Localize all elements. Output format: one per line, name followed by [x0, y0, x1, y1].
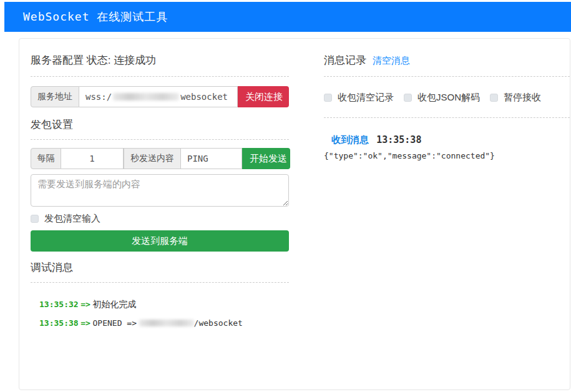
log-timestamp: 13:35:38: [39, 318, 79, 328]
pause-receive-option: 暂停接收: [490, 92, 541, 104]
log-arrow: =>: [81, 318, 90, 328]
pause-receive-checkbox[interactable]: [490, 94, 498, 102]
divider: [324, 76, 570, 77]
server-address-group: 服务地址 wss:/ websocket 关闭连接: [31, 86, 289, 107]
json-decode-checkbox[interactable]: [404, 94, 412, 102]
app-header: WebSocket 在线测试工具: [4, 2, 571, 32]
debug-log-line: 13:35:38 => OPENED => /websocket: [39, 317, 289, 330]
server-address-suffix: websocket: [180, 92, 228, 102]
divider: [31, 139, 289, 140]
send-content-textarea[interactable]: [31, 174, 289, 207]
server-address-prefix: wss:/: [85, 92, 112, 102]
send-to-server-button[interactable]: 发送到服务端: [31, 230, 289, 252]
clear-on-receive-label: 收包清空记录: [338, 92, 394, 104]
ping-content-input[interactable]: [181, 148, 242, 169]
message-log-heading: 消息记录 清空消息: [324, 54, 570, 67]
connection-status: 状态: 连接成功: [87, 54, 156, 66]
send-clear-checkbox-row: 发包清空输入: [31, 213, 289, 225]
interval-label: 每隔: [31, 148, 61, 169]
send-settings-heading: 发包设置: [31, 118, 289, 132]
log-url-suffix: /websocket: [194, 318, 243, 328]
debug-log-line: 13:35:32 => 初始化完成: [39, 298, 289, 311]
server-config-heading: 服务器配置 状态: 连接成功: [31, 54, 289, 67]
clear-on-receive-option: 收包清空记录: [324, 92, 394, 104]
record-header: 收到消息 13:35:38: [324, 134, 570, 146]
left-column: 服务器配置 状态: 连接成功 服务地址 wss:/ websocket 关闭连接…: [31, 54, 289, 390]
received-message-record: 收到消息 13:35:38 {"type":"ok","message":"co…: [324, 134, 570, 160]
log-arrow: =>: [81, 300, 90, 309]
server-config-title: 服务器配置: [31, 54, 84, 66]
main-panel: 服务器配置 状态: 连接成功 服务地址 wss:/ websocket 关闭连接…: [19, 38, 570, 390]
server-address-label: 服务地址: [31, 86, 79, 107]
record-timestamp: 13:35:38: [376, 134, 421, 145]
log-redacted-blur: [139, 320, 194, 326]
pause-receive-label: 暂停接收: [504, 92, 541, 104]
start-send-button[interactable]: 开始发送: [242, 148, 290, 169]
log-opened-text: OPENED =>: [93, 318, 137, 328]
divider: [31, 76, 289, 77]
server-address-input[interactable]: wss:/ websocket: [79, 86, 238, 107]
record-label: 收到消息: [331, 134, 369, 145]
content-label: 秒发送内容: [124, 148, 181, 169]
debug-log-area: 13:35:32 => 初始化完成 13:35:38 => OPENED => …: [31, 298, 289, 330]
log-text: 初始化完成: [93, 299, 137, 309]
divider: [31, 282, 289, 283]
record-body: {"type":"ok","message":"connected"}: [324, 151, 570, 160]
log-timestamp: 13:35:32: [39, 300, 79, 309]
app-title: WebSocket 在线测试工具: [23, 10, 168, 23]
message-log-title: 消息记录: [324, 54, 366, 67]
json-decode-option: 收包JSON解码: [404, 92, 480, 104]
auto-send-group: 每隔 秒发送内容 开始发送: [31, 148, 289, 169]
clear-on-receive-checkbox[interactable]: [324, 94, 332, 102]
clear-messages-link[interactable]: 清空消息: [373, 54, 410, 67]
send-clear-checkbox[interactable]: [31, 215, 39, 223]
receive-options-row: 收包清空记录 收包JSON解码 暂停接收: [324, 92, 570, 104]
server-address-redacted-blur: [113, 93, 179, 100]
divider: [324, 117, 570, 118]
interval-input[interactable]: [61, 148, 124, 169]
close-connection-button[interactable]: 关闭连接: [238, 86, 289, 107]
right-column: 消息记录 清空消息 收包清空记录 收包JSON解码 暂停接收 收到消息 13:3…: [324, 54, 570, 390]
debug-heading: 调试消息: [31, 261, 289, 275]
send-clear-checkbox-label: 发包清空输入: [44, 213, 100, 225]
json-decode-label: 收包JSON解码: [417, 92, 480, 104]
